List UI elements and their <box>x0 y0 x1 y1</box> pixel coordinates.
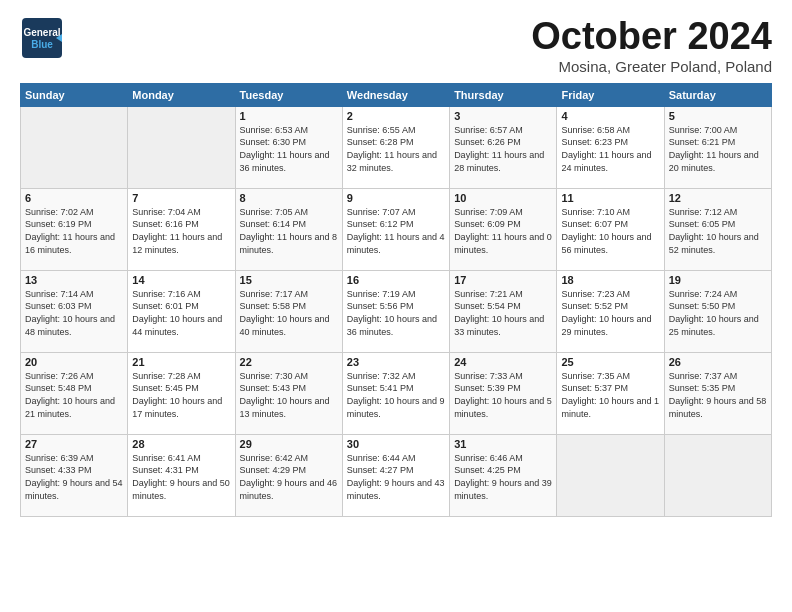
weekday-header-wednesday: Wednesday <box>342 83 449 106</box>
weekday-header-thursday: Thursday <box>450 83 557 106</box>
day-info: Sunrise: 7:10 AMSunset: 6:07 PMDaylight:… <box>561 206 659 256</box>
day-info: Sunrise: 7:05 AMSunset: 6:14 PMDaylight:… <box>240 206 338 256</box>
day-info: Sunrise: 7:21 AMSunset: 5:54 PMDaylight:… <box>454 288 552 338</box>
day-info: Sunrise: 6:39 AMSunset: 4:33 PMDaylight:… <box>25 452 123 502</box>
day-info: Sunrise: 7:12 AMSunset: 6:05 PMDaylight:… <box>669 206 767 256</box>
day-info: Sunrise: 6:46 AMSunset: 4:25 PMDaylight:… <box>454 452 552 502</box>
day-info: Sunrise: 7:28 AMSunset: 5:45 PMDaylight:… <box>132 370 230 420</box>
calendar-cell: 22Sunrise: 7:30 AMSunset: 5:43 PMDayligh… <box>235 352 342 434</box>
location: Mosina, Greater Poland, Poland <box>531 58 772 75</box>
day-number: 15 <box>240 274 338 286</box>
day-info: Sunrise: 7:30 AMSunset: 5:43 PMDaylight:… <box>240 370 338 420</box>
calendar-cell: 3Sunrise: 6:57 AMSunset: 6:26 PMDaylight… <box>450 106 557 188</box>
day-number: 25 <box>561 356 659 368</box>
calendar-cell: 14Sunrise: 7:16 AMSunset: 6:01 PMDayligh… <box>128 270 235 352</box>
calendar-cell: 28Sunrise: 6:41 AMSunset: 4:31 PMDayligh… <box>128 434 235 516</box>
calendar-cell: 11Sunrise: 7:10 AMSunset: 6:07 PMDayligh… <box>557 188 664 270</box>
calendar-cell: 18Sunrise: 7:23 AMSunset: 5:52 PMDayligh… <box>557 270 664 352</box>
calendar-cell: 6Sunrise: 7:02 AMSunset: 6:19 PMDaylight… <box>21 188 128 270</box>
logo: General Blue <box>20 16 64 60</box>
calendar-cell: 25Sunrise: 7:35 AMSunset: 5:37 PMDayligh… <box>557 352 664 434</box>
day-number: 3 <box>454 110 552 122</box>
header: General Blue October 2024 Mosina, Greate… <box>20 16 772 75</box>
calendar-cell: 21Sunrise: 7:28 AMSunset: 5:45 PMDayligh… <box>128 352 235 434</box>
day-number: 20 <box>25 356 123 368</box>
weekday-header-sunday: Sunday <box>21 83 128 106</box>
calendar-cell: 2Sunrise: 6:55 AMSunset: 6:28 PMDaylight… <box>342 106 449 188</box>
calendar-cell: 7Sunrise: 7:04 AMSunset: 6:16 PMDaylight… <box>128 188 235 270</box>
day-info: Sunrise: 7:17 AMSunset: 5:58 PMDaylight:… <box>240 288 338 338</box>
calendar-cell: 24Sunrise: 7:33 AMSunset: 5:39 PMDayligh… <box>450 352 557 434</box>
calendar-cell: 16Sunrise: 7:19 AMSunset: 5:56 PMDayligh… <box>342 270 449 352</box>
day-info: Sunrise: 7:33 AMSunset: 5:39 PMDaylight:… <box>454 370 552 420</box>
calendar-cell: 29Sunrise: 6:42 AMSunset: 4:29 PMDayligh… <box>235 434 342 516</box>
day-info: Sunrise: 7:02 AMSunset: 6:19 PMDaylight:… <box>25 206 123 256</box>
day-number: 1 <box>240 110 338 122</box>
day-info: Sunrise: 6:58 AMSunset: 6:23 PMDaylight:… <box>561 124 659 174</box>
svg-text:General: General <box>23 27 60 38</box>
calendar-cell: 9Sunrise: 7:07 AMSunset: 6:12 PMDaylight… <box>342 188 449 270</box>
day-info: Sunrise: 6:41 AMSunset: 4:31 PMDaylight:… <box>132 452 230 502</box>
day-info: Sunrise: 6:42 AMSunset: 4:29 PMDaylight:… <box>240 452 338 502</box>
calendar-cell: 10Sunrise: 7:09 AMSunset: 6:09 PMDayligh… <box>450 188 557 270</box>
day-number: 5 <box>669 110 767 122</box>
calendar-cell: 1Sunrise: 6:53 AMSunset: 6:30 PMDaylight… <box>235 106 342 188</box>
calendar-cell: 20Sunrise: 7:26 AMSunset: 5:48 PMDayligh… <box>21 352 128 434</box>
day-number: 6 <box>25 192 123 204</box>
calendar-cell: 4Sunrise: 6:58 AMSunset: 6:23 PMDaylight… <box>557 106 664 188</box>
day-number: 23 <box>347 356 445 368</box>
weekday-header-friday: Friday <box>557 83 664 106</box>
day-info: Sunrise: 6:53 AMSunset: 6:30 PMDaylight:… <box>240 124 338 174</box>
day-number: 27 <box>25 438 123 450</box>
calendar-cell <box>128 106 235 188</box>
day-info: Sunrise: 7:07 AMSunset: 6:12 PMDaylight:… <box>347 206 445 256</box>
calendar-cell: 8Sunrise: 7:05 AMSunset: 6:14 PMDaylight… <box>235 188 342 270</box>
day-info: Sunrise: 7:19 AMSunset: 5:56 PMDaylight:… <box>347 288 445 338</box>
day-number: 2 <box>347 110 445 122</box>
day-number: 7 <box>132 192 230 204</box>
month-title: October 2024 <box>531 16 772 58</box>
day-number: 8 <box>240 192 338 204</box>
calendar-cell: 13Sunrise: 7:14 AMSunset: 6:03 PMDayligh… <box>21 270 128 352</box>
calendar-table: SundayMondayTuesdayWednesdayThursdayFrid… <box>20 83 772 517</box>
day-number: 4 <box>561 110 659 122</box>
day-info: Sunrise: 7:37 AMSunset: 5:35 PMDaylight:… <box>669 370 767 420</box>
day-number: 26 <box>669 356 767 368</box>
day-info: Sunrise: 7:35 AMSunset: 5:37 PMDaylight:… <box>561 370 659 420</box>
day-info: Sunrise: 6:55 AMSunset: 6:28 PMDaylight:… <box>347 124 445 174</box>
day-number: 24 <box>454 356 552 368</box>
svg-text:Blue: Blue <box>31 39 53 50</box>
day-info: Sunrise: 7:16 AMSunset: 6:01 PMDaylight:… <box>132 288 230 338</box>
day-number: 19 <box>669 274 767 286</box>
day-number: 29 <box>240 438 338 450</box>
day-info: Sunrise: 6:57 AMSunset: 6:26 PMDaylight:… <box>454 124 552 174</box>
day-info: Sunrise: 7:23 AMSunset: 5:52 PMDaylight:… <box>561 288 659 338</box>
calendar-cell: 31Sunrise: 6:46 AMSunset: 4:25 PMDayligh… <box>450 434 557 516</box>
calendar-cell: 12Sunrise: 7:12 AMSunset: 6:05 PMDayligh… <box>664 188 771 270</box>
calendar-cell: 15Sunrise: 7:17 AMSunset: 5:58 PMDayligh… <box>235 270 342 352</box>
day-info: Sunrise: 7:32 AMSunset: 5:41 PMDaylight:… <box>347 370 445 420</box>
day-number: 13 <box>25 274 123 286</box>
calendar-cell: 26Sunrise: 7:37 AMSunset: 5:35 PMDayligh… <box>664 352 771 434</box>
calendar-cell: 19Sunrise: 7:24 AMSunset: 5:50 PMDayligh… <box>664 270 771 352</box>
day-number: 28 <box>132 438 230 450</box>
calendar-cell <box>21 106 128 188</box>
day-number: 22 <box>240 356 338 368</box>
calendar-cell: 27Sunrise: 6:39 AMSunset: 4:33 PMDayligh… <box>21 434 128 516</box>
day-info: Sunrise: 7:14 AMSunset: 6:03 PMDaylight:… <box>25 288 123 338</box>
calendar-cell <box>557 434 664 516</box>
weekday-header-saturday: Saturday <box>664 83 771 106</box>
day-info: Sunrise: 7:00 AMSunset: 6:21 PMDaylight:… <box>669 124 767 174</box>
day-number: 16 <box>347 274 445 286</box>
weekday-header-tuesday: Tuesday <box>235 83 342 106</box>
day-info: Sunrise: 7:09 AMSunset: 6:09 PMDaylight:… <box>454 206 552 256</box>
day-number: 17 <box>454 274 552 286</box>
day-number: 12 <box>669 192 767 204</box>
calendar-cell: 5Sunrise: 7:00 AMSunset: 6:21 PMDaylight… <box>664 106 771 188</box>
day-number: 31 <box>454 438 552 450</box>
calendar-cell: 30Sunrise: 6:44 AMSunset: 4:27 PMDayligh… <box>342 434 449 516</box>
day-info: Sunrise: 7:24 AMSunset: 5:50 PMDaylight:… <box>669 288 767 338</box>
day-number: 10 <box>454 192 552 204</box>
weekday-header-monday: Monday <box>128 83 235 106</box>
calendar-cell: 17Sunrise: 7:21 AMSunset: 5:54 PMDayligh… <box>450 270 557 352</box>
